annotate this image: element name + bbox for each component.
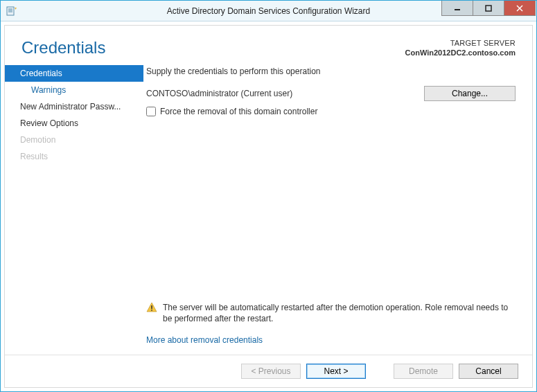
footer: < Previous Next > Demote Cancel — [5, 355, 532, 387]
header-row: Credentials TARGET SERVER ConWin2012DC2.… — [5, 26, 532, 65]
body-row: Credentials Warnings New Administrator P… — [5, 65, 532, 355]
current-user-label: CONTOSO\administrator (Current user) — [146, 89, 292, 98]
close-button[interactable] — [504, 1, 536, 16]
sidebar-item-review-options[interactable]: Review Options — [5, 115, 143, 132]
svg-rect-0 — [7, 7, 14, 15]
sidebar-item-results: Results — [5, 148, 143, 165]
svg-rect-6 — [486, 6, 491, 11]
force-removal-row: Force the removal of this domain control… — [146, 107, 516, 116]
minimize-button[interactable] — [441, 1, 473, 16]
main-spacer — [146, 116, 516, 302]
window-controls — [441, 1, 536, 21]
sidebar-item-warnings[interactable]: Warnings — [5, 82, 143, 98]
next-button[interactable]: Next > — [306, 364, 366, 379]
svg-rect-11 — [151, 310, 152, 311]
warning-row: The server will be automatically restart… — [146, 302, 516, 324]
cancel-button[interactable]: Cancel — [459, 364, 518, 379]
close-icon — [516, 5, 523, 12]
sidebar-item-new-admin-password[interactable]: New Administrator Passw... — [5, 98, 143, 115]
app-icon — [6, 6, 17, 17]
demote-button: Demote — [394, 364, 453, 379]
change-button[interactable]: Change... — [424, 86, 516, 101]
maximize-button[interactable] — [473, 1, 504, 16]
target-server-name: ConWin2012DC2.contoso.com — [405, 48, 516, 57]
page-heading: Credentials — [21, 38, 105, 57]
warning-text: The server will be automatically restart… — [163, 302, 516, 324]
wizard-window: Active Directory Domain Services Configu… — [0, 0, 537, 392]
sidebar-item-demotion: Demotion — [5, 132, 143, 148]
warning-icon — [146, 302, 157, 316]
main-pane: Supply the credentials to perform this o… — [143, 65, 532, 355]
maximize-icon — [485, 5, 492, 12]
force-removal-label[interactable]: Force the removal of this domain control… — [160, 107, 317, 116]
footer-gap — [371, 364, 388, 379]
svg-marker-4 — [15, 8, 17, 10]
target-server-label: TARGET SERVER — [405, 38, 516, 48]
credentials-row: CONTOSO\administrator (Current user) Cha… — [146, 86, 516, 101]
force-removal-checkbox[interactable] — [146, 107, 156, 116]
minimize-icon — [454, 5, 461, 12]
instruction-text: Supply the credentials to perform this o… — [146, 66, 516, 76]
titlebar: Active Directory Domain Services Configu… — [1, 1, 536, 21]
sidebar: Credentials Warnings New Administrator P… — [5, 65, 143, 355]
client-area: Credentials TARGET SERVER ConWin2012DC2.… — [4, 25, 533, 388]
svg-rect-10 — [151, 305, 152, 309]
more-about-link[interactable]: More about removal credentials — [146, 335, 516, 345]
target-server-block: TARGET SERVER ConWin2012DC2.contoso.com — [405, 38, 516, 58]
sidebar-item-credentials[interactable]: Credentials — [5, 65, 143, 82]
previous-button: < Previous — [241, 364, 301, 379]
